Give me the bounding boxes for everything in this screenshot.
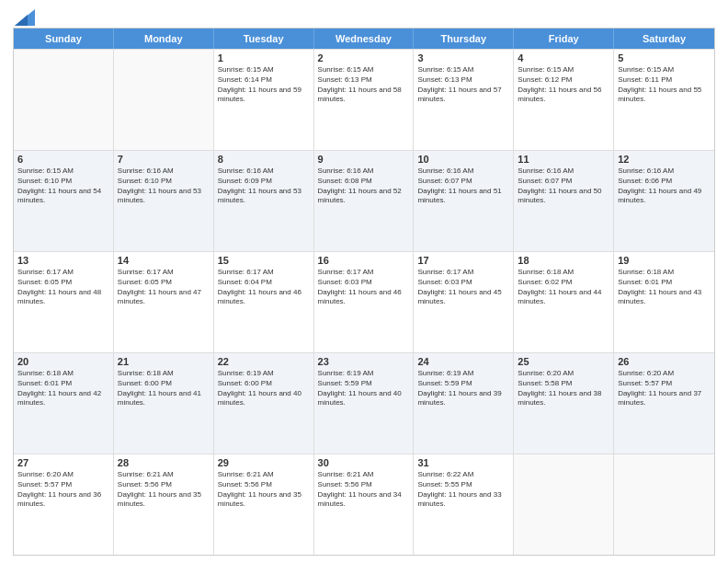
cal-cell: 15Sunrise: 6:17 AM Sunset: 6:04 PM Dayli…	[214, 252, 314, 352]
header-day-thursday: Thursday	[414, 29, 514, 49]
day-info: Sunrise: 6:16 AM Sunset: 6:07 PM Dayligh…	[417, 167, 509, 206]
day-number: 2	[318, 52, 410, 63]
day-info: Sunrise: 6:17 AM Sunset: 6:04 PM Dayligh…	[218, 268, 310, 307]
cal-cell: 18Sunrise: 6:18 AM Sunset: 6:02 PM Dayli…	[514, 252, 614, 352]
day-info: Sunrise: 6:17 AM Sunset: 6:03 PM Dayligh…	[318, 268, 410, 307]
day-info: Sunrise: 6:21 AM Sunset: 5:56 PM Dayligh…	[318, 470, 410, 510]
cal-cell: 12Sunrise: 6:16 AM Sunset: 6:06 PM Dayli…	[614, 151, 714, 251]
day-number: 26	[618, 356, 711, 367]
day-info: Sunrise: 6:17 AM Sunset: 6:05 PM Dayligh…	[17, 268, 109, 307]
day-number: 17	[417, 255, 509, 266]
day-info: Sunrise: 6:15 AM Sunset: 6:12 PM Dayligh…	[518, 65, 609, 105]
week-row-4: 20Sunrise: 6:18 AM Sunset: 6:01 PM Dayli…	[14, 352, 714, 454]
cal-cell: 17Sunrise: 6:17 AM Sunset: 6:03 PM Dayli…	[414, 252, 514, 352]
cal-cell: 4Sunrise: 6:15 AM Sunset: 6:12 PM Daylig…	[514, 50, 614, 150]
cal-cell: 2Sunrise: 6:15 AM Sunset: 6:13 PM Daylig…	[314, 50, 415, 150]
logo	[13, 9, 35, 22]
day-number: 22	[218, 356, 310, 367]
day-info: Sunrise: 6:16 AM Sunset: 6:07 PM Dayligh…	[518, 167, 609, 206]
logo-icon	[15, 9, 35, 26]
week-row-3: 13Sunrise: 6:17 AM Sunset: 6:05 PM Dayli…	[14, 251, 714, 352]
cal-cell: 28Sunrise: 6:21 AM Sunset: 5:56 PM Dayli…	[114, 454, 214, 555]
cal-cell: 27Sunrise: 6:20 AM Sunset: 5:57 PM Dayli…	[14, 454, 114, 555]
day-number: 15	[218, 255, 310, 266]
page: SundayMondayTuesdayWednesdayThursdayFrid…	[0, 0, 728, 563]
cal-cell: 13Sunrise: 6:17 AM Sunset: 6:05 PM Dayli…	[14, 252, 114, 352]
day-info: Sunrise: 6:18 AM Sunset: 6:01 PM Dayligh…	[17, 369, 109, 408]
day-info: Sunrise: 6:18 AM Sunset: 6:02 PM Dayligh…	[518, 268, 609, 307]
day-number: 10	[417, 154, 509, 165]
day-info: Sunrise: 6:16 AM Sunset: 6:06 PM Dayligh…	[618, 167, 711, 206]
cal-cell: 1Sunrise: 6:15 AM Sunset: 6:14 PM Daylig…	[214, 50, 314, 150]
cal-cell: 7Sunrise: 6:16 AM Sunset: 6:10 PM Daylig…	[114, 151, 214, 251]
day-info: Sunrise: 6:20 AM Sunset: 5:58 PM Dayligh…	[518, 369, 609, 408]
week-row-2: 6Sunrise: 6:15 AM Sunset: 6:10 PM Daylig…	[14, 150, 714, 251]
day-number: 29	[218, 457, 310, 468]
day-info: Sunrise: 6:21 AM Sunset: 5:56 PM Dayligh…	[118, 470, 210, 510]
day-info: Sunrise: 6:17 AM Sunset: 6:03 PM Dayligh…	[417, 268, 509, 307]
day-number: 7	[118, 154, 210, 165]
cal-cell: 31Sunrise: 6:22 AM Sunset: 5:55 PM Dayli…	[414, 454, 514, 555]
day-info: Sunrise: 6:20 AM Sunset: 5:57 PM Dayligh…	[17, 470, 109, 510]
week-row-1: 1Sunrise: 6:15 AM Sunset: 6:14 PM Daylig…	[14, 49, 714, 150]
day-number: 8	[218, 154, 310, 165]
cal-cell	[514, 454, 614, 555]
header-day-tuesday: Tuesday	[214, 29, 314, 49]
cal-cell: 24Sunrise: 6:19 AM Sunset: 5:59 PM Dayli…	[414, 353, 514, 454]
calendar-body: 1Sunrise: 6:15 AM Sunset: 6:14 PM Daylig…	[14, 49, 714, 555]
header	[13, 9, 715, 22]
day-number: 24	[417, 356, 509, 367]
cal-cell: 30Sunrise: 6:21 AM Sunset: 5:56 PM Dayli…	[314, 454, 415, 555]
day-number: 19	[618, 255, 711, 266]
cal-cell: 26Sunrise: 6:20 AM Sunset: 5:57 PM Dayli…	[614, 353, 714, 454]
day-info: Sunrise: 6:20 AM Sunset: 5:57 PM Dayligh…	[618, 369, 711, 408]
day-number: 25	[518, 356, 609, 367]
day-number: 27	[17, 457, 109, 468]
day-number: 18	[518, 255, 609, 266]
cal-cell: 5Sunrise: 6:15 AM Sunset: 6:11 PM Daylig…	[614, 50, 714, 150]
day-info: Sunrise: 6:18 AM Sunset: 6:00 PM Dayligh…	[118, 369, 210, 408]
header-day-saturday: Saturday	[614, 29, 714, 49]
day-number: 9	[318, 154, 410, 165]
day-info: Sunrise: 6:16 AM Sunset: 6:08 PM Dayligh…	[318, 167, 410, 206]
day-number: 28	[118, 457, 210, 468]
cal-cell: 20Sunrise: 6:18 AM Sunset: 6:01 PM Dayli…	[14, 353, 114, 454]
day-info: Sunrise: 6:15 AM Sunset: 6:14 PM Dayligh…	[218, 65, 310, 105]
cal-cell: 6Sunrise: 6:15 AM Sunset: 6:10 PM Daylig…	[14, 151, 114, 251]
cal-cell: 3Sunrise: 6:15 AM Sunset: 6:13 PM Daylig…	[414, 50, 514, 150]
cal-cell: 21Sunrise: 6:18 AM Sunset: 6:00 PM Dayli…	[114, 353, 214, 454]
header-day-sunday: Sunday	[14, 29, 114, 49]
header-day-wednesday: Wednesday	[314, 29, 415, 49]
day-number: 30	[318, 457, 410, 468]
day-info: Sunrise: 6:16 AM Sunset: 6:10 PM Dayligh…	[118, 167, 210, 206]
cal-cell	[614, 454, 714, 555]
day-info: Sunrise: 6:16 AM Sunset: 6:09 PM Dayligh…	[218, 167, 310, 206]
day-info: Sunrise: 6:15 AM Sunset: 6:13 PM Dayligh…	[318, 65, 410, 105]
day-number: 12	[618, 154, 711, 165]
day-number: 5	[618, 52, 711, 63]
cal-cell: 8Sunrise: 6:16 AM Sunset: 6:09 PM Daylig…	[214, 151, 314, 251]
header-day-friday: Friday	[514, 29, 614, 49]
cal-cell	[114, 50, 214, 150]
cal-cell: 29Sunrise: 6:21 AM Sunset: 5:56 PM Dayli…	[214, 454, 314, 555]
cal-cell: 14Sunrise: 6:17 AM Sunset: 6:05 PM Dayli…	[114, 252, 214, 352]
day-number: 20	[17, 356, 109, 367]
day-number: 23	[318, 356, 410, 367]
day-number: 11	[518, 154, 609, 165]
svg-marker-1	[15, 15, 28, 26]
day-info: Sunrise: 6:15 AM Sunset: 6:11 PM Dayligh…	[618, 65, 711, 105]
day-info: Sunrise: 6:15 AM Sunset: 6:13 PM Dayligh…	[417, 65, 509, 105]
day-info: Sunrise: 6:19 AM Sunset: 6:00 PM Dayligh…	[218, 369, 310, 408]
cal-cell: 23Sunrise: 6:19 AM Sunset: 5:59 PM Dayli…	[314, 353, 415, 454]
day-info: Sunrise: 6:15 AM Sunset: 6:10 PM Dayligh…	[17, 167, 109, 206]
day-number: 3	[417, 52, 509, 63]
day-number: 31	[417, 457, 509, 468]
week-row-5: 27Sunrise: 6:20 AM Sunset: 5:57 PM Dayli…	[14, 454, 714, 555]
day-info: Sunrise: 6:17 AM Sunset: 6:05 PM Dayligh…	[118, 268, 210, 307]
day-number: 14	[118, 255, 210, 266]
cal-cell: 25Sunrise: 6:20 AM Sunset: 5:58 PM Dayli…	[514, 353, 614, 454]
day-number: 4	[518, 52, 609, 63]
day-info: Sunrise: 6:21 AM Sunset: 5:56 PM Dayligh…	[218, 470, 310, 510]
day-info: Sunrise: 6:18 AM Sunset: 6:01 PM Dayligh…	[618, 268, 711, 307]
day-number: 13	[17, 255, 109, 266]
